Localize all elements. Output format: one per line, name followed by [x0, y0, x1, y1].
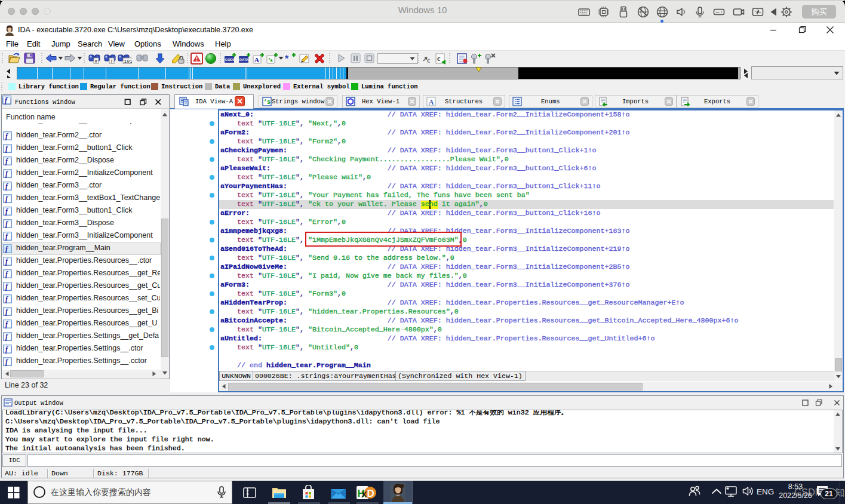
svg-text:D: D: [367, 488, 374, 499]
svg-text:A: A: [254, 56, 259, 63]
svg-text:c: c: [427, 56, 431, 64]
svg-text:DATA: DATA: [239, 58, 249, 62]
svg-text:x: x: [361, 487, 367, 500]
svg-text:A: A: [429, 99, 434, 106]
svg-text:’s: ’s: [268, 56, 273, 63]
svg-text:CODE: CODE: [225, 58, 235, 62]
svg-text:#: #: [95, 59, 98, 64]
svg-text:T: T: [110, 59, 113, 64]
svg-text:‘s’: ‘s’: [263, 99, 272, 106]
svg-text:101: 101: [124, 59, 133, 64]
svg-text:c: c: [437, 54, 441, 63]
svg-text:*: *: [285, 54, 289, 64]
